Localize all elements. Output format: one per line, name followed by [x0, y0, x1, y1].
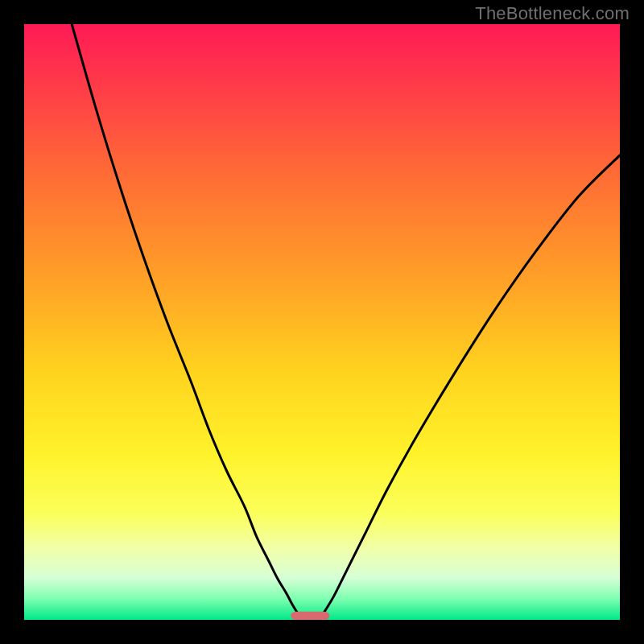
watermark-text: TheBottleneck.com — [475, 3, 630, 24]
bottleneck-marker — [291, 612, 329, 620]
chart-svg — [24, 24, 620, 620]
plot-area — [24, 24, 620, 620]
chart-frame: TheBottleneck.com — [0, 0, 644, 644]
gradient-background — [24, 24, 620, 620]
